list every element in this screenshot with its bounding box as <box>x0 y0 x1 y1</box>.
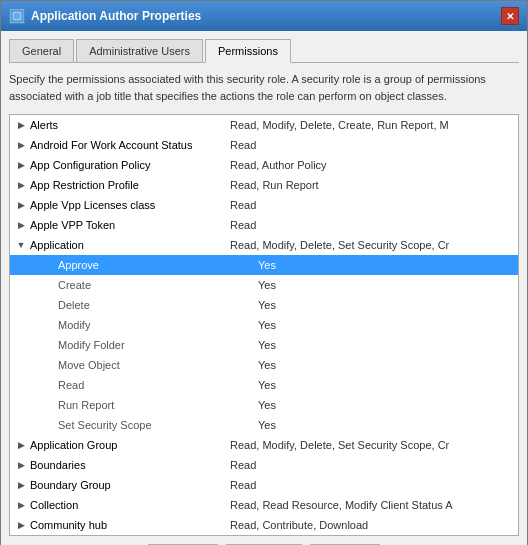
app-icon <box>9 8 25 24</box>
expand-icon[interactable]: ▶ <box>14 138 28 152</box>
item-permissions: Yes <box>258 399 514 411</box>
list-item[interactable]: Move ObjectYes <box>10 355 518 375</box>
spacer-icon <box>42 278 56 292</box>
item-permissions: Read <box>230 219 514 231</box>
item-name: Collection <box>30 499 230 511</box>
item-name: Create <box>58 279 258 291</box>
item-name: Community hub <box>30 519 230 531</box>
item-permissions: Yes <box>258 379 514 391</box>
item-name: Modify Folder <box>58 339 258 351</box>
item-permissions: Yes <box>258 259 514 271</box>
expand-icon[interactable]: ▶ <box>14 498 28 512</box>
item-name: Set Security Scope <box>58 419 258 431</box>
spacer-icon <box>42 318 56 332</box>
item-permissions: Read, Modify, Delete, Set Security Scope… <box>230 239 514 251</box>
item-name: App Configuration Policy <box>30 159 230 171</box>
tab-permissions[interactable]: Permissions <box>205 39 291 63</box>
list-item[interactable]: ReadYes <box>10 375 518 395</box>
tab-administrative-users[interactable]: Administrative Users <box>76 39 203 63</box>
item-permissions: Yes <box>258 319 514 331</box>
item-permissions: Yes <box>258 299 514 311</box>
list-item[interactable]: ApproveYes <box>10 255 518 275</box>
item-permissions: Yes <box>258 339 514 351</box>
expand-icon[interactable]: ▶ <box>14 478 28 492</box>
list-item[interactable]: ModifyYes <box>10 315 518 335</box>
footer: OK Cancel Apply <box>9 536 519 545</box>
item-permissions: Read <box>230 139 514 151</box>
spacer-icon <box>42 298 56 312</box>
item-name: Boundary Group <box>30 479 230 491</box>
spacer-icon <box>42 358 56 372</box>
collapse-icon[interactable]: ▼ <box>14 238 28 252</box>
item-name: Application <box>30 239 230 251</box>
spacer-icon <box>42 398 56 412</box>
list-item[interactable]: Run ReportYes <box>10 395 518 415</box>
item-permissions: Yes <box>258 419 514 431</box>
item-name: Alerts <box>30 119 230 131</box>
item-permissions: Read <box>230 199 514 211</box>
list-item[interactable]: ▶Application GroupRead, Modify, Delete, … <box>10 435 518 455</box>
list-item[interactable]: ▶Community hubRead, Contribute, Download <box>10 515 518 535</box>
expand-icon[interactable]: ▶ <box>14 218 28 232</box>
permissions-list-container: ▶AlertsRead, Modify, Delete, Create, Run… <box>9 114 519 536</box>
item-name: Modify <box>58 319 258 331</box>
list-item[interactable]: Set Security ScopeYes <box>10 415 518 435</box>
item-permissions: Read, Modify, Delete, Create, Run Report… <box>230 119 514 131</box>
expand-icon[interactable]: ▶ <box>14 158 28 172</box>
list-item[interactable]: Modify FolderYes <box>10 335 518 355</box>
list-item[interactable]: ▶CollectionRead, Read Resource, Modify C… <box>10 495 518 515</box>
window-body: General Administrative Users Permissions… <box>1 31 527 545</box>
expand-icon[interactable]: ▶ <box>14 458 28 472</box>
item-name: Android For Work Account Status <box>30 139 230 151</box>
item-permissions: Read, Read Resource, Modify Client Statu… <box>230 499 514 511</box>
spacer-icon <box>42 378 56 392</box>
list-item[interactable]: ▶Android For Work Account StatusRead <box>10 135 518 155</box>
spacer-icon <box>42 258 56 272</box>
spacer-icon <box>42 418 56 432</box>
item-permissions: Read, Author Policy <box>230 159 514 171</box>
item-name: App Restriction Profile <box>30 179 230 191</box>
window-title: Application Author Properties <box>31 9 201 23</box>
item-permissions: Read <box>230 459 514 471</box>
expand-icon[interactable]: ▶ <box>14 438 28 452</box>
item-permissions: Read, Modify, Delete, Set Security Scope… <box>230 439 514 451</box>
permissions-list[interactable]: ▶AlertsRead, Modify, Delete, Create, Run… <box>10 115 518 535</box>
item-name: Move Object <box>58 359 258 371</box>
list-item[interactable]: ▶BoundariesRead <box>10 455 518 475</box>
list-item[interactable]: ▶AlertsRead, Modify, Delete, Create, Run… <box>10 115 518 135</box>
expand-icon[interactable]: ▶ <box>14 518 28 532</box>
item-permissions: Read, Contribute, Download <box>230 519 514 531</box>
expand-icon[interactable]: ▶ <box>14 118 28 132</box>
list-item[interactable]: DeleteYes <box>10 295 518 315</box>
tab-bar: General Administrative Users Permissions <box>9 39 519 63</box>
list-item[interactable]: CreateYes <box>10 275 518 295</box>
svg-rect-1 <box>14 13 20 19</box>
close-button[interactable]: ✕ <box>501 7 519 25</box>
list-item[interactable]: ▶App Restriction ProfileRead, Run Report <box>10 175 518 195</box>
list-item[interactable]: ▶App Configuration PolicyRead, Author Po… <box>10 155 518 175</box>
title-bar: Application Author Properties ✕ <box>1 1 527 31</box>
tab-general[interactable]: General <box>9 39 74 63</box>
item-name: Apple Vpp Licenses class <box>30 199 230 211</box>
list-item[interactable]: ▶Boundary GroupRead <box>10 475 518 495</box>
list-item[interactable]: ▶Apple VPP TokenRead <box>10 215 518 235</box>
item-name: Apple VPP Token <box>30 219 230 231</box>
title-bar-left: Application Author Properties <box>9 8 201 24</box>
item-name: Approve <box>58 259 258 271</box>
item-name: Run Report <box>58 399 258 411</box>
list-item[interactable]: ▼ApplicationRead, Modify, Delete, Set Se… <box>10 235 518 255</box>
list-item[interactable]: ▶Apple Vpp Licenses classRead <box>10 195 518 215</box>
main-window: Application Author Properties ✕ General … <box>0 0 528 545</box>
item-permissions: Read, Run Report <box>230 179 514 191</box>
item-permissions: Yes <box>258 359 514 371</box>
description-text: Specify the permissions associated with … <box>9 71 519 104</box>
expand-icon[interactable]: ▶ <box>14 198 28 212</box>
item-permissions: Yes <box>258 279 514 291</box>
item-permissions: Read <box>230 479 514 491</box>
item-name: Delete <box>58 299 258 311</box>
item-name: Application Group <box>30 439 230 451</box>
spacer-icon <box>42 338 56 352</box>
item-name: Read <box>58 379 258 391</box>
expand-icon[interactable]: ▶ <box>14 178 28 192</box>
item-name: Boundaries <box>30 459 230 471</box>
